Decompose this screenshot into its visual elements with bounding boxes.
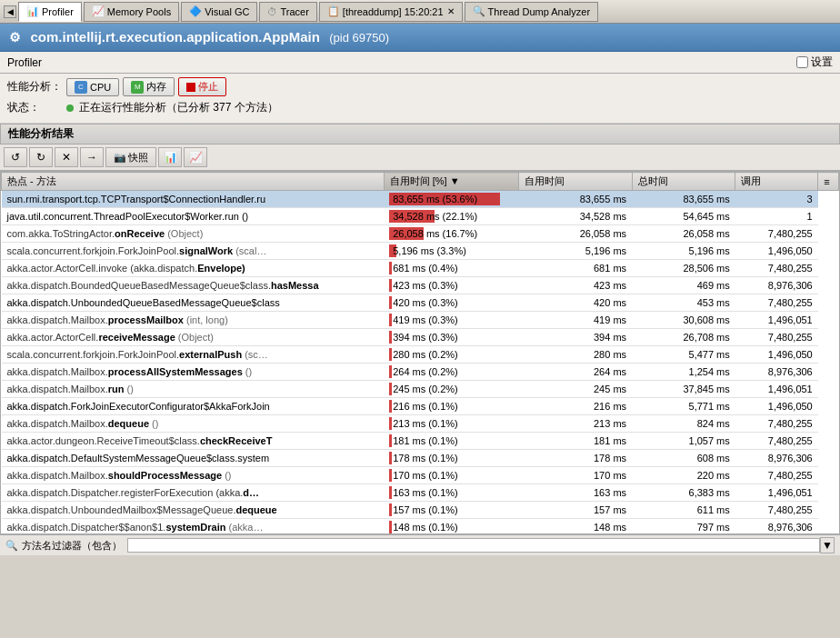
memory-button[interactable]: M 内存 <box>123 77 175 96</box>
col-header-self-time[interactable]: 自用时间 <box>518 173 632 191</box>
filter-input[interactable] <box>127 538 820 553</box>
col-header-options[interactable]: ≡ <box>818 173 839 191</box>
tab-visualgc[interactable]: 🔷 Visual GC <box>181 2 257 22</box>
table-row[interactable]: akka.dispatch.Mailbox.shouldProcessMessa… <box>2 467 839 484</box>
tab-tracer[interactable]: ⏱ Tracer <box>259 2 316 22</box>
total-time-cell: 5,477 ms <box>632 346 735 364</box>
table-row[interactable]: akka.actor.dungeon.ReceiveTimeout$class.… <box>2 433 839 450</box>
table-row[interactable]: akka.actor.ActorCell.invoke (akka.dispat… <box>2 260 839 277</box>
col-header-total-time[interactable]: 总时间 <box>632 173 735 191</box>
self-time-cell: 419 ms <box>518 312 632 329</box>
table-row[interactable]: akka.dispatch.Mailbox.run () 245 ms (0.2… <box>2 381 839 398</box>
col-header-method[interactable]: 热点 - 方法 <box>2 173 385 191</box>
filter-icon: 🔍 <box>5 540 18 552</box>
calls-cell: 8,976,306 <box>735 450 818 467</box>
results-toolbar: ↺ ↻ ✕ → 📷 快照 📊 📈 <box>0 145 840 171</box>
calls-cell: 1,496,051 <box>735 484 818 502</box>
self-time-cell: 163 ms <box>518 484 632 502</box>
total-time-cell: 5,196 ms <box>632 243 735 260</box>
self-pct-cell: 157 ms (0.1%) <box>384 502 518 519</box>
reload-button[interactable]: ↻ <box>29 147 53 167</box>
self-time-cell: 181 ms <box>518 433 632 450</box>
self-time-cell: 216 ms <box>518 398 632 415</box>
calls-cell: 1,496,051 <box>735 312 818 329</box>
chart2-button[interactable]: 📈 <box>184 147 207 167</box>
method-cell: sun.rmi.transport.tcp.TCPTransport$Conne… <box>2 191 385 208</box>
tab-profiler[interactable]: 📊 Profiler <box>18 2 82 22</box>
calls-cell: 7,480,255 <box>735 260 818 277</box>
table-row[interactable]: akka.dispatch.BoundedQueueBasedMessageQu… <box>2 277 839 294</box>
profiler-tab-label: Profiler <box>42 6 74 17</box>
camera-icon: 📷 <box>114 152 126 164</box>
self-pct-cell: 5,196 ms (3.3%) <box>384 243 518 260</box>
self-time-cell: 280 ms <box>518 346 632 364</box>
table-row[interactable]: akka.actor.ActorCell.receiveMessage (Obj… <box>2 329 839 346</box>
self-pct-cell: 148 ms (0.1%) <box>384 519 518 535</box>
tab-analyzer[interactable]: 🔍 Thread Dump Analyzer <box>465 2 599 22</box>
method-cell: scala.concurrent.forkjoin.ForkJoinPool.s… <box>2 243 385 260</box>
stop-icon <box>186 83 195 92</box>
cpu-button[interactable]: C CPU <box>66 78 119 96</box>
results-header-label: 性能分析结果 <box>8 127 74 140</box>
threaddump-close-icon[interactable]: ✕ <box>447 6 455 16</box>
forward-button[interactable]: → <box>80 147 104 167</box>
chart1-button[interactable]: 📊 <box>158 147 182 167</box>
self-time-cell: 420 ms <box>518 294 632 312</box>
cpu-icon: C <box>75 81 87 94</box>
method-cell: akka.dispatch.UnboundedQueueBasedMessage… <box>2 294 385 312</box>
table-row[interactable]: akka.dispatch.UnboundedMailbox$MessageQu… <box>2 502 839 519</box>
calls-cell: 8,976,306 <box>735 277 818 294</box>
stop-button[interactable]: 停止 <box>178 77 226 96</box>
method-cell: akka.dispatch.Mailbox.shouldProcessMessa… <box>2 467 385 484</box>
results-header: 性能分析结果 <box>0 124 840 145</box>
table-row[interactable]: akka.dispatch.Dispatcher$$anon$1.systemD… <box>2 519 839 535</box>
col-header-calls[interactable]: 调用 <box>735 173 818 191</box>
calls-cell: 1 <box>735 208 818 225</box>
tab-memory[interactable]: 📈 Memory Pools <box>84 2 179 22</box>
table-row[interactable]: akka.dispatch.Mailbox.processMailbox (in… <box>2 312 839 329</box>
threaddump-tab-label: [threaddump] 15:20:21 <box>343 6 444 17</box>
total-time-cell: 37,845 ms <box>632 381 735 398</box>
analyzer-tab-label: Thread Dump Analyzer <box>488 6 591 17</box>
table-row[interactable]: akka.dispatch.ForkJoinExecutorConfigurat… <box>2 398 839 415</box>
table-row[interactable]: akka.dispatch.Mailbox.processAllSystemMe… <box>2 364 839 381</box>
calls-cell: 8,976,306 <box>735 364 818 381</box>
app-title: com.intellij.rt.execution.application.Ap… <box>30 29 319 45</box>
self-time-cell: 178 ms <box>518 450 632 467</box>
table-row[interactable]: scala.concurrent.forkjoin.ForkJoinPool.s… <box>2 243 839 260</box>
table-row[interactable]: scala.concurrent.forkjoin.ForkJoinPool.e… <box>2 346 839 364</box>
self-time-cell: 157 ms <box>518 502 632 519</box>
app-titlebar: ⚙ com.intellij.rt.execution.application.… <box>0 24 840 52</box>
results-table: 热点 - 方法 自用时间 [%] ▼ 自用时间 总时间 调用 ≡ sun.rmi… <box>1 172 839 534</box>
snapshot-button[interactable]: 📷 快照 <box>105 147 156 167</box>
back-button[interactable]: ◀ <box>4 5 16 18</box>
table-row[interactable]: akka.dispatch.UnboundedQueueBasedMessage… <box>2 294 839 312</box>
calls-cell: 1,496,050 <box>735 346 818 364</box>
filter-dropdown[interactable]: ▼ <box>820 537 835 553</box>
table-row[interactable]: sun.rmi.transport.tcp.TCPTransport$Conne… <box>2 191 839 208</box>
self-pct-cell: 423 ms (0.3%) <box>384 277 518 294</box>
col-header-self-pct[interactable]: 自用时间 [%] ▼ <box>384 173 518 191</box>
table-row[interactable]: akka.dispatch.Dispatcher.registerForExec… <box>2 484 839 502</box>
status-text: 正在运行性能分析（已分析 377 个方法） <box>79 100 278 115</box>
profiler-label: Profiler <box>7 56 42 69</box>
clear-button[interactable]: ✕ <box>55 147 78 167</box>
table-row[interactable]: akka.dispatch.DefaultSystemMessageQueue$… <box>2 450 839 467</box>
results-table-container: 热点 - 方法 自用时间 [%] ▼ 自用时间 总时间 调用 ≡ sun.rmi… <box>0 171 840 534</box>
self-time-cell: 34,528 ms <box>518 208 632 225</box>
app-subtitle: (pid 69750) <box>329 31 389 45</box>
app-main-icon: ⚙ <box>9 30 21 45</box>
table-row[interactable]: akka.dispatch.Mailbox.dequeue () 213 ms … <box>2 415 839 433</box>
self-time-cell: 148 ms <box>518 519 632 535</box>
method-cell: scala.concurrent.forkjoin.ForkJoinPool.e… <box>2 346 385 364</box>
refresh-button[interactable]: ↺ <box>4 147 27 167</box>
stop-btn-label: 停止 <box>198 80 218 94</box>
settings-checkbox[interactable] <box>796 56 808 68</box>
method-cell: akka.actor.dungeon.ReceiveTimeout$class.… <box>2 433 385 450</box>
threaddump-tab-icon: 📋 <box>327 5 340 17</box>
table-row[interactable]: java.util.concurrent.ThreadPoolExecutor$… <box>2 208 839 225</box>
self-pct-cell: 681 ms (0.4%) <box>384 260 518 277</box>
tab-threaddump[interactable]: 📋 [threaddump] 15:20:21 ✕ <box>319 2 463 22</box>
titlebar: ◀ 📊 Profiler 📈 Memory Pools 🔷 Visual GC … <box>0 0 840 24</box>
table-row[interactable]: com.akka.ToStringActor.onReceive (Object… <box>2 225 839 243</box>
